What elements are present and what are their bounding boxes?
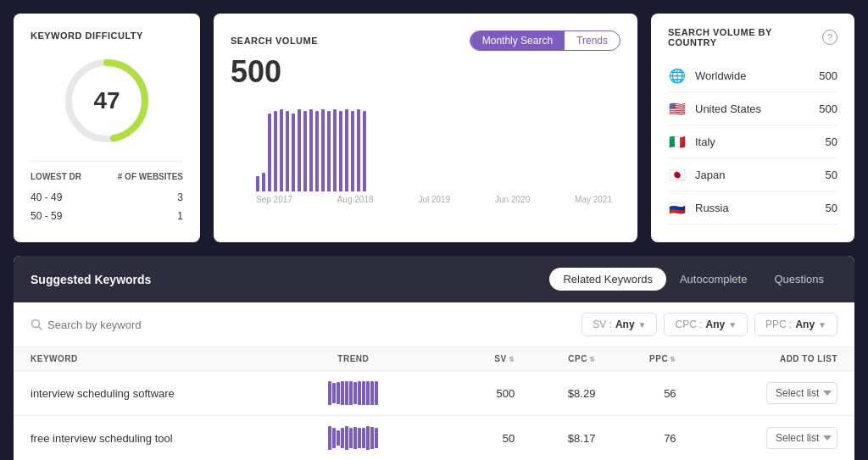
chart-bar	[256, 176, 259, 191]
trend-bar	[362, 381, 365, 405]
col-sv-header[interactable]: SV⇅	[434, 354, 515, 363]
cell-sv: 500	[434, 387, 515, 400]
svc-country: Russia	[695, 202, 826, 214]
kd-title: KEYWORD DIFFICULTY	[31, 30, 183, 41]
trend-bar	[358, 428, 361, 447]
svc-flag: 🌐	[668, 66, 687, 85]
filter-cpc-label: CPC :	[675, 319, 702, 330]
cell-sv: 50	[434, 432, 515, 445]
svc-row: 🇯🇵 Japan 50	[668, 158, 837, 191]
cell-ppc: 76	[595, 432, 676, 445]
ppc-sort-icon: ⇅	[670, 356, 676, 363]
chart-x-label: Jun 2020	[495, 195, 530, 204]
table-header: KEYWORD TREND SV⇅ CPC⇅ PPC⇅ ADD TO LIST	[14, 347, 854, 371]
chart-bar	[327, 111, 331, 191]
trend-bar	[349, 381, 353, 405]
filter-group: SV : Any ▼ CPC : Any ▼ PPC : Any ▼	[581, 313, 837, 336]
trend-bar	[349, 428, 353, 447]
filter-sv-value: Any	[615, 319, 635, 330]
col-add-header: ADD TO LIST	[676, 354, 837, 363]
chart-x-label: Aug 2018	[337, 195, 374, 204]
cell-keyword: free interview scheduling tool	[31, 432, 273, 445]
bottom-header: Suggested Keywords Related Keywords Auto…	[14, 256, 854, 302]
svc-flag: 🇺🇸	[668, 99, 687, 118]
col-ppc-header[interactable]: PPC⇅	[595, 354, 676, 363]
trend-bar	[341, 381, 344, 405]
trend-bar	[337, 430, 340, 446]
trend-bar	[345, 426, 348, 450]
kd-row-1: 40 - 49 3	[31, 188, 183, 207]
chart-x-labels: Sep 2017Aug 2018Jul 2019Jun 2020May 2021	[256, 195, 620, 204]
cell-keyword: interview scheduling software	[31, 387, 273, 400]
svc-header: SEARCH VOLUME BY COUNTRY ?	[668, 27, 837, 47]
cpc-sort-icon: ⇅	[589, 356, 596, 363]
keyword-tabs: Related Keywords Autocomplete Questions	[549, 268, 837, 291]
chart-bar	[268, 114, 271, 191]
sv-chart: Sep 2017Aug 2018Jul 2019Jun 2020May 2021	[231, 98, 620, 208]
kd-gauge: 47	[60, 54, 153, 147]
trend-bar	[328, 426, 331, 450]
tab-related-keywords[interactable]: Related Keywords	[549, 268, 666, 291]
col-trend-header: TREND	[273, 354, 434, 363]
search-box	[31, 319, 573, 331]
svc-help-icon[interactable]: ?	[822, 30, 837, 45]
chart-x-label: Sep 2017	[256, 195, 292, 204]
tab-autocomplete[interactable]: Autocomplete	[666, 268, 761, 291]
chart-x-label: May 2021	[575, 195, 612, 204]
svc-flag: 🇷🇺	[668, 198, 687, 217]
search-icon	[31, 319, 42, 330]
search-input[interactable]	[47, 319, 573, 331]
sv-tab-monthly[interactable]: Monthly Search	[470, 31, 565, 50]
tab-questions[interactable]: Questions	[760, 268, 837, 291]
filter-cpc[interactable]: CPC : Any ▼	[664, 313, 748, 336]
svc-count: 50	[826, 169, 837, 181]
svc-card: SEARCH VOLUME BY COUNTRY ? 🌐 Worldwide 5…	[651, 14, 854, 242]
sv-header: SEARCH VOLUME Monthly Search Trends	[231, 30, 620, 51]
filter-ppc[interactable]: PPC : Any ▼	[754, 313, 837, 336]
trend-bar	[345, 381, 348, 405]
filter-ppc-label: PPC :	[765, 319, 792, 330]
sv-tab-trends[interactable]: Trends	[565, 31, 620, 50]
chart-bar	[321, 109, 325, 191]
svc-country: Worldwide	[695, 69, 819, 82]
trend-bar	[370, 381, 374, 405]
cell-addlist: Select list	[676, 382, 837, 404]
cell-trend	[273, 426, 434, 450]
svc-country: Japan	[695, 169, 826, 181]
svc-count: 500	[819, 103, 837, 115]
col-cpc-header[interactable]: CPC⇅	[515, 354, 595, 363]
sv-value: 500	[231, 54, 620, 90]
table-row: free interview scheduling tool 50 $8.17 …	[14, 416, 854, 460]
trend-bar	[337, 382, 340, 404]
svc-row: 🇺🇸 United States 500	[668, 92, 837, 125]
sv-tabs: Monthly Search Trends	[470, 30, 620, 51]
kd-range-2: 50 - 59	[31, 210, 62, 222]
keyword-difficulty-card: KEYWORD DIFFICULTY 47 LOWEST DR # OF WEB…	[14, 14, 200, 242]
select-list[interactable]: Select list	[766, 382, 837, 404]
suggested-keywords-title: Suggested Keywords	[31, 273, 151, 286]
svc-count: 50	[826, 202, 837, 214]
chart-bar	[303, 111, 307, 191]
trend-bar	[341, 428, 344, 447]
filter-sv[interactable]: SV : Any ▼	[581, 313, 657, 336]
suggested-keywords-section: Suggested Keywords Related Keywords Auto…	[14, 256, 854, 460]
chart-bar	[345, 109, 348, 191]
kd-table-header: LOWEST DR # OF WEBSITES	[31, 172, 183, 181]
table-row: interview scheduling software 500 $8.29 …	[14, 371, 854, 416]
trend-bar	[328, 381, 331, 405]
svc-count: 50	[826, 136, 837, 148]
cell-ppc: 56	[595, 387, 676, 400]
chart-bar	[280, 109, 283, 191]
chart-bar	[309, 109, 313, 191]
kd-count-1: 3	[177, 191, 183, 203]
sv-sort-icon: ⇅	[509, 356, 515, 363]
cell-cpc: $8.29	[515, 387, 595, 400]
select-list[interactable]: Select list	[766, 427, 837, 449]
cell-addlist: Select list	[676, 427, 837, 449]
kd-col-websites: # OF WEBSITES	[118, 172, 183, 181]
trend-bar	[353, 427, 357, 449]
kd-table: LOWEST DR # OF WEBSITES 40 - 49 3 50 - 5…	[31, 161, 183, 225]
svc-country: Italy	[695, 136, 826, 148]
kd-count-2: 1	[177, 210, 183, 222]
trend-bar	[332, 428, 336, 447]
